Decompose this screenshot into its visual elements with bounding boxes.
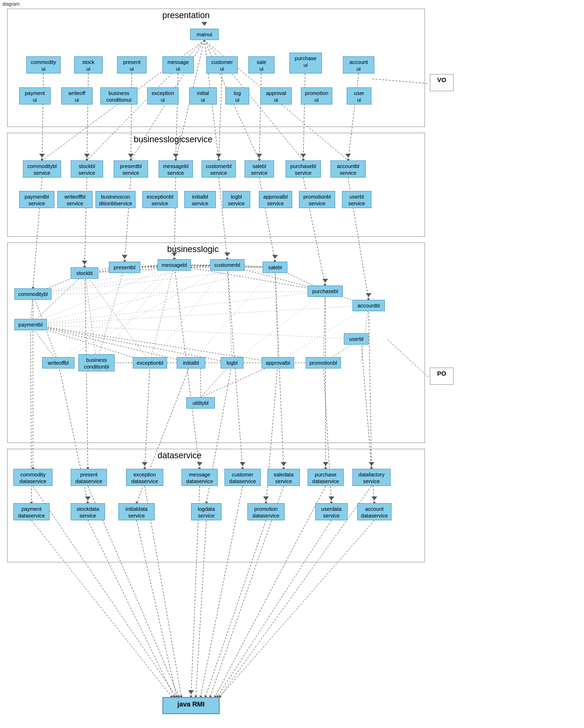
node-businessconditionui[interactable]: businessconditionui	[100, 87, 138, 105]
node-paymentbl[interactable]: paymentbl	[14, 319, 47, 330]
node-purchaseui[interactable]: purchaseui	[289, 53, 322, 74]
node-paymentblservice[interactable]: paymentblservice	[19, 191, 54, 208]
node-commodityblservice[interactable]: commodityblservice	[23, 160, 61, 178]
node-stockbl[interactable]: stockbl	[71, 267, 98, 279]
node-logdataservice[interactable]: logdataservice	[191, 503, 222, 520]
node-commodityui[interactable]: commodityui	[26, 56, 61, 74]
node-initialdataservice[interactable]: initialdataservice	[118, 503, 155, 520]
node-userblservice[interactable]: userblservice	[342, 191, 372, 208]
node-userdataservice[interactable]: userdataservice	[315, 503, 348, 520]
node-userui[interactable]: userui	[347, 87, 372, 105]
node-approvalbl[interactable]: approvalbl	[262, 357, 294, 369]
node-logblservice[interactable]: logblservice	[223, 191, 250, 208]
node-presentui[interactable]: presentui	[117, 56, 147, 74]
blservice-label: businesslogicservice	[134, 135, 212, 145]
diagram-container: diagram	[0, 0, 584, 728]
node-commoditydataservice[interactable]: commoditydataservice	[13, 469, 53, 486]
node-javarmi[interactable]: java RMI	[162, 697, 220, 714]
node-mainui[interactable]: mainui	[190, 29, 219, 40]
node-promotionbl[interactable]: promotionbl	[306, 357, 341, 369]
node-writeoffblservice[interactable]: writeoffblservice	[57, 191, 93, 208]
blservice-layer	[7, 133, 425, 237]
node-accountblservice[interactable]: accountblservice	[330, 160, 366, 178]
node-businessconditionbl[interactable]: businessconditionbl	[78, 354, 115, 371]
node-commoditybl[interactable]: commoditybl	[14, 288, 52, 300]
node-stockblservice[interactable]: stockblservice	[71, 160, 103, 178]
node-businessconditionblservice[interactable]: businessconditionblservice	[96, 191, 136, 208]
node-utilitybl[interactable]: utilitybl	[186, 397, 215, 409]
node-writeoffbl[interactable]: writeoffbl	[42, 357, 74, 369]
node-initialbl[interactable]: initialbl	[177, 357, 205, 369]
node-paymentdataservice[interactable]: paymentdataservice	[13, 503, 50, 520]
node-stockui[interactable]: stockui	[74, 56, 103, 74]
vo-label: VO	[430, 74, 454, 91]
node-salebl[interactable]: salebl	[263, 262, 287, 273]
node-approvalui[interactable]: approvalui	[260, 87, 292, 105]
node-saledataservice[interactable]: saledataservice	[267, 469, 300, 486]
node-messagedataservice[interactable]: messagedataservice	[181, 469, 218, 486]
node-approvalblservice[interactable]: approvalblservice	[259, 191, 292, 208]
node-exceptionui[interactable]: exceptionui	[147, 87, 179, 105]
node-exceptiondataservice[interactable]: exceptiondataservice	[126, 469, 163, 486]
node-customerdataservice[interactable]: customerdataservice	[224, 469, 261, 486]
node-presentbl[interactable]: presentbl	[109, 262, 140, 273]
node-customerblservice[interactable]: customerblservice	[202, 160, 236, 178]
node-customerui[interactable]: customerui	[206, 56, 238, 74]
node-promotionblservice[interactable]: promotionblservice	[299, 191, 335, 208]
po-label: PO	[430, 368, 454, 385]
presentation-label: presentation	[162, 11, 210, 21]
node-saleui[interactable]: saleui	[248, 56, 275, 74]
node-initialblservice[interactable]: initialblservice	[184, 191, 216, 208]
node-userbl[interactable]: userbl	[344, 333, 369, 345]
dataservice-label: dataservice	[158, 451, 202, 461]
node-datafactoryservice[interactable]: datafactoryservice	[352, 469, 391, 486]
node-stockdataservice[interactable]: stockdataservice	[71, 503, 105, 520]
node-accountdataservice[interactable]: accountdataservice	[357, 503, 392, 520]
node-messagebl[interactable]: messagebl	[158, 259, 191, 271]
node-saleblservice[interactable]: saleblservice	[244, 160, 274, 178]
node-promotionui[interactable]: promotionui	[301, 87, 332, 105]
node-logbl[interactable]: logbl	[221, 357, 244, 369]
bl-label: businesslogic	[167, 244, 219, 254]
node-purchasebl[interactable]: purchasebl	[308, 285, 343, 297]
node-accountui[interactable]: accountui	[343, 56, 374, 74]
node-presentdataservice[interactable]: presentdataservice	[71, 469, 107, 486]
node-messageui[interactable]: messageui	[162, 56, 194, 74]
node-purchaseblservice[interactable]: purchaseblservice	[286, 160, 321, 178]
node-initialui[interactable]: initialui	[189, 87, 217, 105]
node-exceptionblservice[interactable]: exceptionblservice	[142, 191, 178, 208]
node-logui[interactable]: logui	[225, 87, 249, 105]
node-writeoffui[interactable]: writeoffui	[61, 87, 93, 105]
node-messageblservice[interactable]: messageblservice	[159, 160, 193, 178]
node-paymentui[interactable]: paymentui	[19, 87, 51, 105]
node-exceptionbl[interactable]: exceptionbl	[133, 357, 167, 369]
app-title: diagram	[2, 1, 20, 7]
svg-marker-138	[188, 690, 194, 694]
node-accountbl[interactable]: accountbl	[352, 300, 385, 311]
node-purchasedataservice[interactable]: purchasedataservice	[308, 469, 344, 486]
node-promotiondataservice[interactable]: promotiondataservice	[247, 503, 285, 520]
node-customerbl[interactable]: customerbl	[210, 259, 244, 271]
node-presentblservice[interactable]: presentblservice	[114, 160, 148, 178]
